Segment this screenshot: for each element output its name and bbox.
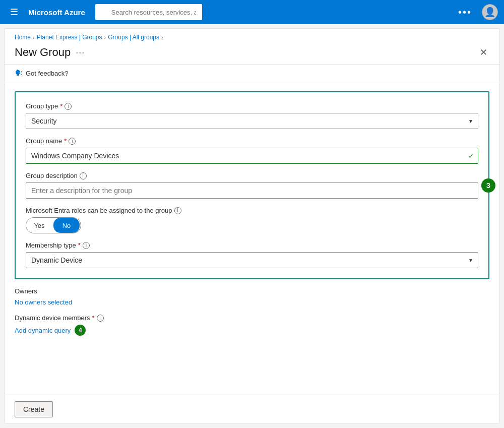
- dynamic-query-row: Add dynamic query 4: [15, 325, 489, 336]
- breadcrumb-sep2: ›: [104, 34, 106, 40]
- dynamic-members-info-icon[interactable]: i: [97, 315, 104, 322]
- group-name-input[interactable]: [26, 148, 478, 164]
- main-panel: Home › Planet Express | Groups › Groups …: [4, 28, 500, 424]
- entra-roles-field: Microsoft Entra roles can be assigned to…: [26, 207, 478, 233]
- membership-type-info-icon[interactable]: i: [83, 242, 90, 249]
- navbar: ☰ Microsoft Azure 🔍 ••• 👤: [0, 0, 504, 24]
- title-row: New Group ···: [15, 46, 85, 59]
- group-name-required: *: [64, 137, 67, 145]
- group-name-input-wrapper: ✓: [26, 148, 478, 164]
- group-type-info-icon[interactable]: i: [65, 103, 72, 110]
- toggle-yes-option[interactable]: Yes: [26, 218, 52, 233]
- group-description-input[interactable]: [26, 182, 478, 199]
- owners-link[interactable]: No owners selected: [15, 298, 72, 306]
- dynamic-members-label: Dynamic device members * i: [15, 314, 489, 322]
- group-name-field: Group name * i ✓: [26, 137, 478, 164]
- page-title-more[interactable]: ···: [76, 47, 85, 58]
- group-type-select[interactable]: Security Microsoft 365: [26, 113, 478, 129]
- dynamic-members-required: *: [92, 314, 95, 322]
- membership-type-label: Membership type * i: [26, 241, 478, 249]
- entra-roles-toggle[interactable]: Yes No: [26, 217, 81, 233]
- search-input[interactable]: [95, 4, 202, 20]
- membership-type-field: Membership type * i Assigned Dynamic Use…: [26, 241, 478, 268]
- avatar[interactable]: 👤: [482, 4, 498, 20]
- search-wrapper: 🔍: [95, 4, 269, 20]
- breadcrumb-sep3: ›: [161, 34, 163, 40]
- avatar-icon: 👤: [484, 7, 495, 18]
- owners-label: Owners: [15, 287, 489, 295]
- add-dynamic-query-link[interactable]: Add dynamic query: [15, 327, 71, 334]
- group-description-info-icon[interactable]: i: [80, 172, 87, 179]
- close-button[interactable]: ✕: [478, 46, 489, 59]
- dynamic-members-section: Dynamic device members * i Add dynamic q…: [15, 314, 489, 336]
- group-description-field: Group description i: [26, 172, 478, 199]
- group-name-info-icon[interactable]: i: [69, 138, 76, 145]
- page-title: New Group: [15, 46, 71, 59]
- group-type-required: *: [60, 102, 62, 110]
- step4-badge: 4: [75, 325, 86, 336]
- membership-type-select[interactable]: Assigned Dynamic User Dynamic Device: [26, 252, 478, 268]
- feedback-label[interactable]: Got feedback?: [26, 70, 69, 77]
- create-button[interactable]: Create: [15, 401, 53, 417]
- group-type-select-wrapper: Security Microsoft 365 ▼: [26, 113, 478, 129]
- feedback-row: 🗣 Got feedback?: [5, 65, 499, 83]
- group-name-check-icon: ✓: [468, 152, 474, 160]
- breadcrumb: Home › Planet Express | Groups › Groups …: [5, 29, 499, 44]
- navbar-more-icon[interactable]: •••: [454, 5, 476, 20]
- page-footer: Create: [5, 395, 499, 423]
- membership-type-select-wrapper: Assigned Dynamic User Dynamic Device ▼: [26, 252, 478, 268]
- group-name-label: Group name * i: [26, 137, 478, 145]
- form-box: 3 Group type * i Security Microsoft 365 …: [15, 91, 489, 279]
- group-type-field: Group type * i Security Microsoft 365 ▼: [26, 102, 478, 129]
- membership-type-required: *: [78, 241, 81, 249]
- feedback-icon: 🗣: [15, 69, 23, 78]
- toggle-no-option[interactable]: No: [53, 218, 80, 233]
- group-type-label: Group type * i: [26, 102, 478, 110]
- form-area: 3 Group type * i Security Microsoft 365 …: [5, 83, 499, 395]
- entra-roles-label: Microsoft Entra roles can be assigned to…: [26, 207, 478, 214]
- breadcrumb-groups[interactable]: Planet Express | Groups: [37, 34, 102, 41]
- page-header: New Group ··· ✕: [5, 44, 499, 65]
- group-description-input-wrapper: [26, 182, 478, 199]
- owners-section: Owners No owners selected: [15, 287, 489, 306]
- entra-roles-info-icon[interactable]: i: [174, 207, 181, 214]
- breadcrumb-home[interactable]: Home: [15, 34, 31, 41]
- group-description-label: Group description i: [26, 172, 478, 179]
- breadcrumb-sep1: ›: [33, 34, 35, 40]
- step3-badge: 3: [481, 178, 495, 193]
- breadcrumb-all-groups[interactable]: Groups | All groups: [108, 34, 159, 41]
- hamburger-icon[interactable]: ☰: [6, 5, 22, 20]
- app-title: Microsoft Azure: [28, 8, 85, 17]
